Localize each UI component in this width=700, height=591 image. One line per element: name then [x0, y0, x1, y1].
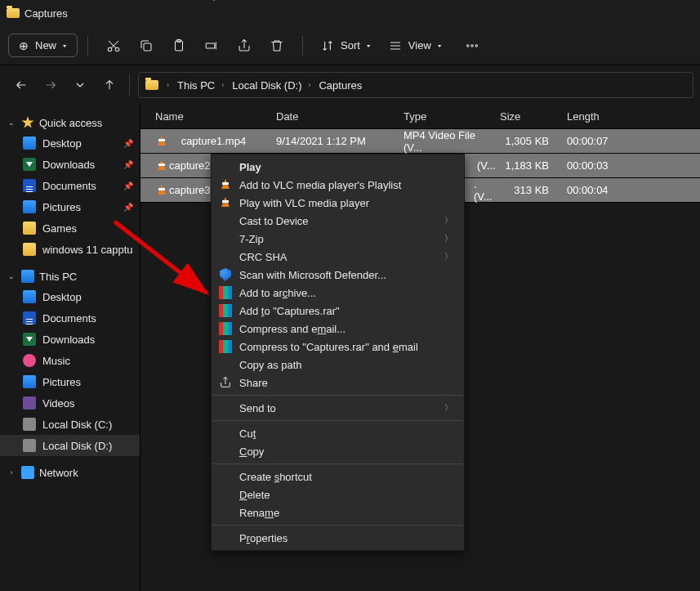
new-button[interactable]: ⊕ New ▾: [8, 34, 78, 57]
documents-icon: [23, 311, 36, 325]
sidebar-item-disk-c[interactable]: Local Disk (C:): [0, 414, 140, 435]
sidebar-item-desktop[interactable]: Desktop: [0, 286, 140, 307]
svg-point-8: [475, 44, 477, 46]
ctx-defender[interactable]: Scan with Microsoft Defender...: [212, 266, 464, 284]
shield-icon: [220, 268, 231, 281]
address-bar[interactable]: › This PC› Local Disk (D:)› Captures: [138, 72, 693, 98]
winrar-icon: [219, 304, 232, 317]
column-header-name[interactable]: Name: [150, 110, 271, 123]
ctx-delete[interactable]: Delete: [212, 486, 464, 504]
ctx-cast[interactable]: Cast to Device〉: [212, 212, 464, 230]
rename-button[interactable]: [196, 31, 227, 60]
desktop-icon: [23, 290, 36, 303]
copy-button[interactable]: [131, 31, 162, 60]
column-headers: Name Date Type Size Length: [140, 105, 700, 129]
sidebar-item-videos[interactable]: Videos: [0, 392, 140, 414]
sidebar-label: Quick access: [39, 117, 102, 129]
breadcrumb-item[interactable]: Captures: [319, 79, 362, 92]
forward-button[interactable]: [36, 70, 65, 100]
sidebar-item-downloads[interactable]: Downloads📌: [0, 154, 140, 175]
column-header-length[interactable]: Length: [562, 110, 635, 123]
desktop-icon: [23, 137, 36, 150]
sidebar-item-music[interactable]: Music: [0, 350, 140, 371]
downloads-icon: [23, 333, 36, 346]
chevron-right-icon: 〉: [444, 233, 453, 244]
breadcrumb-item[interactable]: This PC›: [177, 79, 227, 92]
file-row[interactable]: capture1.mp4 9/14/2021 1:12 PM MP4 Video…: [140, 129, 700, 154]
column-header-size[interactable]: Size: [495, 110, 562, 123]
chevron-down-icon: ▾: [438, 43, 442, 48]
sort-label: Sort: [341, 39, 360, 51]
separator: [302, 36, 303, 56]
vlc-icon: [219, 196, 232, 209]
sidebar-item-documents[interactable]: Documents📌: [0, 175, 140, 196]
chevron-down-icon: ▾: [63, 43, 67, 48]
chevron-right-icon: ›: [167, 81, 169, 89]
chevron-down-icon: ⌄: [7, 272, 16, 280]
delete-button[interactable]: [261, 31, 292, 60]
pin-icon: 📌: [123, 160, 133, 169]
ctx-send-to[interactable]: Send to〉: [212, 399, 464, 417]
sidebar-item-captures[interactable]: windows 11 capptu: [0, 239, 140, 260]
vlc-icon: [155, 135, 168, 148]
sort-indicator-icon: ˄: [212, 0, 216, 6]
sort-button[interactable]: Sort ▾: [313, 34, 379, 57]
ctx-compress-email[interactable]: Compress and email...: [212, 320, 464, 338]
separator: [212, 395, 463, 396]
ctx-copy[interactable]: Copy: [212, 442, 464, 460]
ctx-rename[interactable]: Rename: [212, 504, 464, 522]
ctx-share[interactable]: Share: [212, 374, 464, 392]
sidebar-network[interactable]: › Network: [0, 463, 140, 482]
ctx-copy-path[interactable]: Copy as path: [212, 356, 464, 374]
sidebar-label: This PC: [39, 271, 77, 283]
share-button[interactable]: [229, 31, 260, 60]
ctx-add-rar[interactable]: Add to "Captures.rar": [212, 302, 464, 320]
paste-button[interactable]: [163, 31, 194, 60]
recent-button[interactable]: [65, 70, 95, 100]
nav-bar: › This PC› Local Disk (D:)› Captures: [0, 65, 700, 105]
ctx-shortcut[interactable]: Create shortcut: [212, 468, 464, 486]
folder-icon: [7, 8, 20, 18]
back-button[interactable]: [7, 70, 36, 100]
folder-icon: [23, 243, 36, 256]
disk-icon: [23, 439, 36, 452]
sidebar-item-pictures[interactable]: Pictures📌: [0, 196, 140, 217]
ctx-add-archive[interactable]: Add to archive...: [212, 284, 464, 302]
sidebar-item-documents[interactable]: Documents: [0, 307, 140, 329]
sidebar-quick-access[interactable]: ⌄ Quick access: [0, 113, 140, 132]
ctx-play[interactable]: Play: [212, 158, 464, 176]
videos-icon: [23, 396, 36, 410]
ctx-crc-sha[interactable]: CRC SHA〉: [212, 248, 464, 266]
pin-icon: 📌: [123, 181, 133, 190]
column-header-type[interactable]: Type: [399, 110, 495, 123]
new-button-label: New: [35, 39, 56, 51]
ctx-play-vlc[interactable]: Play with VLC media player: [212, 194, 464, 212]
sidebar-item-games[interactable]: Games: [0, 217, 140, 239]
chevron-right-icon: ›: [7, 468, 16, 477]
up-button[interactable]: [95, 70, 124, 100]
view-button[interactable]: View ▾: [381, 34, 450, 57]
ctx-properties[interactable]: Properties: [212, 529, 464, 547]
sidebar-item-disk-d[interactable]: Local Disk (D:): [0, 435, 140, 456]
sidebar-item-pictures[interactable]: Pictures: [0, 371, 140, 392]
svg-point-7: [471, 44, 473, 46]
ctx-compress-rar-email[interactable]: Compress to "Captures.rar" and email: [212, 338, 464, 356]
sidebar-this-pc[interactable]: ⌄ This PC: [0, 266, 140, 286]
chevron-right-icon: 〉: [444, 251, 453, 262]
cut-button[interactable]: [98, 31, 129, 60]
folder-icon: [23, 222, 36, 235]
sidebar: ⌄ Quick access Desktop📌 Downloads📌 Docum…: [0, 105, 140, 591]
music-icon: [23, 354, 36, 367]
breadcrumb-item[interactable]: Local Disk (D:)›: [232, 79, 314, 92]
ctx-cut[interactable]: Cut: [212, 424, 464, 442]
chevron-right-icon: 〉: [444, 402, 453, 414]
plus-icon: ⊕: [19, 40, 29, 51]
sidebar-item-desktop[interactable]: Desktop📌: [0, 132, 140, 154]
downloads-icon: [23, 158, 36, 171]
more-button[interactable]: [457, 31, 488, 60]
sidebar-item-downloads[interactable]: Downloads: [0, 329, 140, 350]
column-header-date[interactable]: Date: [271, 110, 399, 123]
chevron-right-icon: 〉: [444, 215, 453, 226]
ctx-7zip[interactable]: 7-Zip〉: [212, 230, 464, 248]
ctx-add-playlist[interactable]: Add to VLC media player's Playlist: [212, 176, 464, 194]
